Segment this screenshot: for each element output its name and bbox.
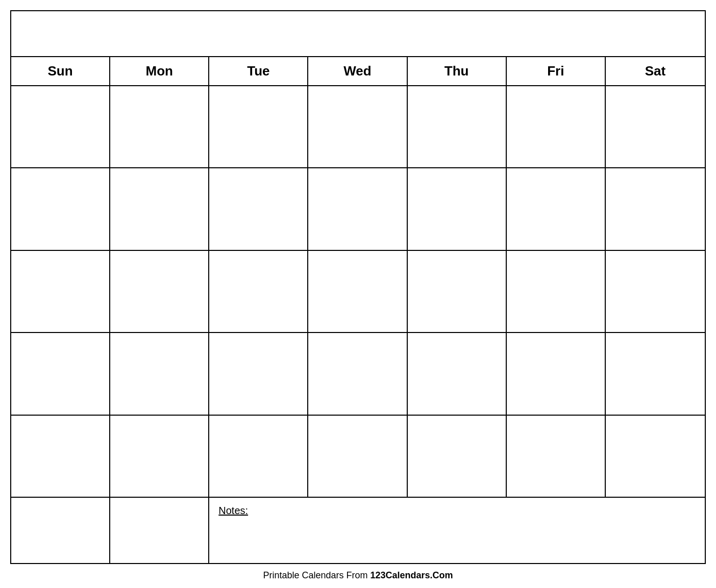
day-cell (209, 333, 308, 414)
day-cell (308, 416, 407, 497)
day-cell (408, 168, 507, 249)
day-cell (11, 333, 110, 414)
day-cell (209, 251, 308, 332)
notes-section: Notes: (11, 497, 705, 563)
header-mon: Mon (110, 57, 209, 85)
header-row: Sun Mon Tue Wed Thu Fri Sat (11, 57, 705, 86)
day-cell (606, 333, 705, 414)
day-cell (110, 86, 209, 167)
header-thu: Thu (408, 57, 507, 85)
title-row (11, 11, 705, 57)
day-cell (507, 416, 606, 497)
week-row-4 (11, 333, 705, 415)
header-sat: Sat (606, 57, 705, 85)
day-cell (507, 333, 606, 414)
day-cell (11, 251, 110, 332)
page-wrapper: Sun Mon Tue Wed Thu Fri Sat (0, 0, 716, 588)
footer: Printable Calendars From 123Calendars.Co… (263, 570, 453, 583)
day-cell (507, 86, 606, 167)
notes-label: Notes: (218, 505, 248, 516)
day-cell (606, 251, 705, 332)
day-cell (408, 416, 507, 497)
week-row-2 (11, 168, 705, 250)
notes-content: Notes: (209, 498, 705, 563)
day-cell (408, 86, 507, 167)
notes-cell-mon (110, 498, 209, 563)
footer-text-bold: 123Calendars.Com (371, 570, 453, 580)
day-cell (507, 251, 606, 332)
header-tue: Tue (209, 57, 308, 85)
week-rows (11, 86, 705, 497)
header-wed: Wed (308, 57, 407, 85)
header-sun: Sun (11, 57, 110, 85)
day-cell (11, 168, 110, 249)
day-cell (606, 168, 705, 249)
header-fri: Fri (507, 57, 606, 85)
calendar-grid: Sun Mon Tue Wed Thu Fri Sat (11, 57, 705, 563)
day-cell (209, 86, 308, 167)
day-cell (110, 251, 209, 332)
day-cell (110, 416, 209, 497)
day-cell (308, 168, 407, 249)
week-row-1 (11, 86, 705, 168)
footer-text-normal: Printable Calendars From (263, 570, 370, 580)
calendar-container: Sun Mon Tue Wed Thu Fri Sat (10, 10, 706, 564)
day-cell (110, 333, 209, 414)
day-cell (209, 416, 308, 497)
day-cell (308, 333, 407, 414)
day-cell (308, 86, 407, 167)
day-cell (308, 251, 407, 332)
day-cell (11, 86, 110, 167)
day-cell (507, 168, 606, 249)
notes-cell-sun (11, 498, 110, 563)
week-row-5 (11, 416, 705, 497)
day-cell (606, 416, 705, 497)
day-cell (408, 251, 507, 332)
day-cell (11, 416, 110, 497)
day-cell (110, 168, 209, 249)
day-cell (209, 168, 308, 249)
day-cell (606, 86, 705, 167)
week-row-3 (11, 251, 705, 333)
day-cell (408, 333, 507, 414)
